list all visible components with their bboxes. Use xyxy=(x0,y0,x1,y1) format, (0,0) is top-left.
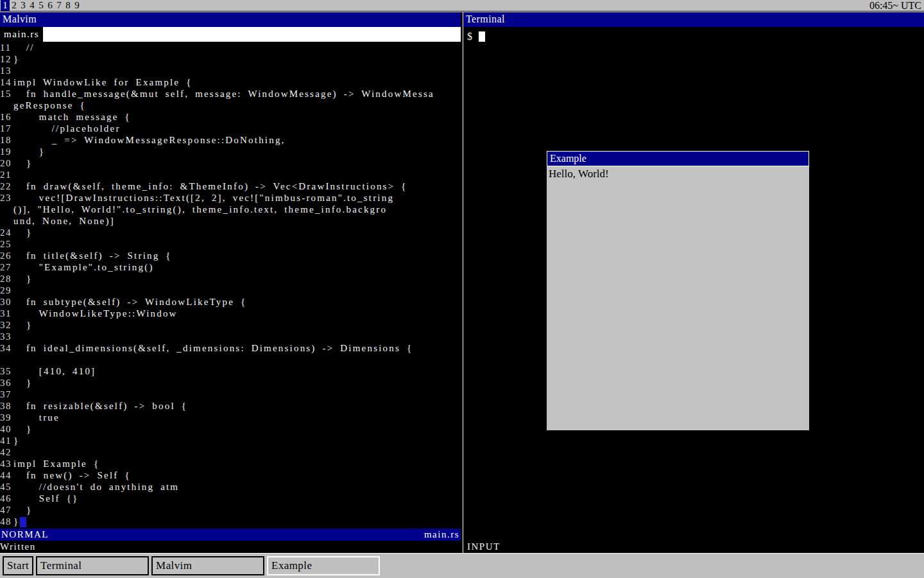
line-number: 25 xyxy=(0,239,13,250)
line-text: fn resizable(&self) -> bool { xyxy=(13,401,187,411)
line-number: 47 xyxy=(0,505,13,516)
line-text: "Example".to_string() xyxy=(13,262,154,272)
code-line: 14impl WindowLike for Example { xyxy=(0,77,461,89)
line-number: 11 xyxy=(0,42,13,53)
code-line: und, None, None)] xyxy=(0,216,461,227)
line-number: 13 xyxy=(0,66,13,76)
line-text: fn new() -> Self { xyxy=(13,470,131,480)
workspace-list: 123456789 xyxy=(0,0,81,11)
code-line: 42 xyxy=(0,447,461,459)
line-number: 23 xyxy=(0,193,13,204)
line-text: ()], "Hello, World!".to_string(), theme_… xyxy=(13,204,387,215)
code-line: 12} xyxy=(0,54,461,66)
terminal-titlebar[interactable]: Terminal xyxy=(463,12,924,27)
code-line: 22 fn draw(&self, theme_info: &ThemeInfo… xyxy=(0,181,461,193)
terminal-prompt: $ xyxy=(467,31,473,42)
code-line: 23 vec![DrawInstructions::Text([2, 2], v… xyxy=(0,193,461,204)
workspace-9[interactable]: 9 xyxy=(73,0,81,11)
line-text: und, None, None)] xyxy=(13,216,115,226)
line-number: 46 xyxy=(0,493,13,504)
line-text: fn draw(&self, theme_info: &ThemeInfo) -… xyxy=(13,181,407,191)
line-text: } xyxy=(13,274,32,284)
line-text: true xyxy=(13,412,60,423)
line-text: } xyxy=(13,320,32,330)
code-line: 24 } xyxy=(0,227,461,239)
workspace-6[interactable]: 6 xyxy=(46,0,55,11)
code-line: 19 } xyxy=(0,146,461,158)
terminal-title: Terminal xyxy=(466,13,505,24)
workspace-8[interactable]: 8 xyxy=(64,0,73,11)
code-line: 43impl Example { xyxy=(0,459,461,470)
line-text: impl WindowLike for Example { xyxy=(13,77,193,87)
line-text: //placeholder xyxy=(13,123,121,134)
line-text: } xyxy=(13,505,32,515)
window-area: Malvim main.rs 11 //12}1314impl WindowLi… xyxy=(0,12,924,553)
code-line: 25 xyxy=(0,239,461,250)
line-number: 43 xyxy=(0,459,13,469)
line-text: _ => WindowMessageResponse::DoNothing, xyxy=(13,135,286,145)
code-line: 13 xyxy=(0,66,461,77)
line-text: fn title(&self) -> String { xyxy=(13,250,172,261)
line-number: 17 xyxy=(0,123,13,134)
workspace-5[interactable]: 5 xyxy=(37,0,46,11)
workspace-7[interactable]: 7 xyxy=(55,0,64,11)
code-line: geResponse { xyxy=(0,100,461,112)
code-line: 47 } xyxy=(0,505,461,516)
line-text: } xyxy=(13,146,45,157)
line-number: 44 xyxy=(0,470,13,481)
editor-content[interactable]: 11 //12}1314impl WindowLike for Example … xyxy=(0,42,461,529)
example-title: Example xyxy=(550,153,586,164)
code-line: 39 true xyxy=(0,412,461,424)
code-line: 21 xyxy=(0,170,461,181)
line-number: 31 xyxy=(0,308,13,319)
taskbar-button-terminal[interactable]: Terminal xyxy=(36,556,149,575)
line-number: 26 xyxy=(0,250,13,261)
code-line: 16 match message { xyxy=(0,112,461,123)
line-number: 22 xyxy=(0,181,13,192)
taskbar: Start TerminalMalvimExample xyxy=(0,553,924,578)
malvim-tabbar: main.rs xyxy=(0,27,461,42)
line-text: fn ideal_dimensions(&self, _dimensions: … xyxy=(13,343,413,353)
taskbar-button-malvim[interactable]: Malvim xyxy=(151,556,264,575)
code-line: 37 xyxy=(0,389,461,401)
line-number: 24 xyxy=(0,227,13,238)
code-line: 11 // xyxy=(0,42,461,54)
code-line: 26 fn title(&self) -> String { xyxy=(0,250,461,262)
line-number: 32 xyxy=(0,320,13,331)
workspace-4[interactable]: 4 xyxy=(28,0,37,11)
line-text: // xyxy=(13,42,35,53)
line-text: impl Example { xyxy=(13,459,99,469)
line-number: 36 xyxy=(0,378,13,389)
code-line: 32 } xyxy=(0,320,461,331)
terminal-status: INPUT xyxy=(463,541,924,553)
line-number: 20 xyxy=(0,158,13,169)
start-button[interactable]: Start xyxy=(3,556,33,575)
line-number: 27 xyxy=(0,262,13,273)
workspace-3[interactable]: 3 xyxy=(19,0,28,11)
line-text: } xyxy=(13,378,32,388)
line-number: 48 xyxy=(0,516,13,527)
code-line: 35 [410, 410] xyxy=(0,366,461,378)
workspace-bar: 123456789 06:45~ UTC xyxy=(0,0,924,11)
line-number: 16 xyxy=(0,112,13,123)
line-text: } xyxy=(13,424,32,434)
code-line: 46 Self {} xyxy=(0,493,461,505)
code-line: 18 _ => WindowMessageResponse::DoNothing… xyxy=(0,135,461,146)
workspace-1[interactable]: 1 xyxy=(1,0,10,11)
code-line: 27 "Example".to_string() xyxy=(0,262,461,274)
line-number: 39 xyxy=(0,412,13,423)
code-line: 15 fn handle_message(&mut self, message:… xyxy=(0,89,461,100)
line-number: 35 xyxy=(0,366,13,377)
line-text: } xyxy=(13,227,32,238)
taskbar-button-example[interactable]: Example xyxy=(267,556,380,575)
example-window: Example Hello, World! xyxy=(547,151,809,430)
line-number: 41 xyxy=(0,435,13,446)
example-titlebar[interactable]: Example xyxy=(547,151,809,166)
line-text: fn handle_message(&mut self, message: Wi… xyxy=(13,89,434,99)
tab-main-rs[interactable]: main.rs xyxy=(0,27,43,42)
code-line: 30 fn subtype(&self) -> WindowLikeType { xyxy=(0,297,461,308)
code-line xyxy=(0,355,461,366)
workspace-2[interactable]: 2 xyxy=(10,0,19,11)
malvim-titlebar[interactable]: Malvim xyxy=(0,12,461,27)
code-line: 28 } xyxy=(0,274,461,285)
